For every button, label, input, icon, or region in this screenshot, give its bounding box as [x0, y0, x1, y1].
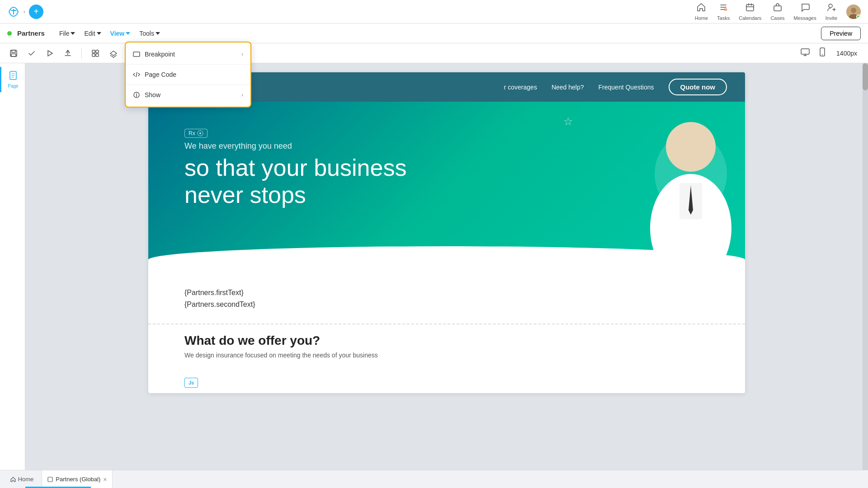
- edit-label: Edit: [84, 30, 95, 37]
- partners-tab-label: Partners (Global): [56, 476, 100, 483]
- page-code-menu-item[interactable]: Page Code: [126, 66, 250, 83]
- breakpoint-icon: [133, 51, 140, 58]
- edit-menu[interactable]: Edit: [80, 28, 104, 39]
- offer-title: What do we offer you?: [184, 333, 709, 348]
- nav-cases[interactable]: Cases: [770, 2, 784, 21]
- hero-content: Rx We have everything you need so that y…: [148, 120, 745, 218]
- svg-rect-2: [746, 5, 754, 11]
- divider-2: [126, 84, 250, 85]
- home-tab-label: Home: [18, 476, 34, 483]
- quote-now-button[interactable]: Quote now: [669, 79, 727, 95]
- svg-rect-14: [96, 50, 99, 53]
- hero-subtitle: We have everything you need: [184, 141, 709, 151]
- template-section: {Partners.firstText} {Partners.secondTex…: [148, 273, 745, 324]
- calendars-icon: [745, 2, 755, 14]
- page-code-item-left: Page Code: [133, 71, 176, 78]
- right-scrollbar-thumb[interactable]: [863, 63, 868, 90]
- nav-need-help[interactable]: Need help?: [552, 84, 584, 91]
- rx-badge: Rx: [184, 129, 208, 138]
- page-sidebar-label: Page: [8, 84, 18, 89]
- view-chevron: [126, 31, 130, 36]
- menu-bar: File Edit View Tools: [56, 28, 164, 39]
- js-badge[interactable]: Js: [184, 378, 198, 388]
- partners-tab[interactable]: Partners (Global) ×: [42, 470, 113, 488]
- save-toolbar-btn[interactable]: [7, 47, 20, 60]
- tools-chevron: [156, 31, 160, 36]
- home-tab-icon: [10, 476, 16, 483]
- top-bar: › + Home 7: [0, 0, 868, 23]
- show-arrow: ›: [241, 92, 243, 98]
- avatar[interactable]: [846, 5, 861, 19]
- rx-icon: [197, 130, 203, 136]
- view-menu[interactable]: View: [107, 28, 134, 39]
- nav-messages[interactable]: Messages: [794, 2, 816, 21]
- components-toolbar-btn[interactable]: [89, 47, 102, 60]
- export-toolbar-btn[interactable]: [61, 47, 74, 60]
- hero-title: so that your business never stops: [184, 155, 709, 209]
- bottom-bar: Home Partners (Global) ×: [0, 470, 868, 488]
- layers-toolbar-btn[interactable]: [107, 47, 120, 60]
- page-status-dot: [7, 31, 12, 36]
- page-title: Partners: [17, 29, 45, 37]
- toolbar-right: 1400px: [798, 45, 861, 61]
- tools-menu[interactable]: Tools: [136, 28, 164, 39]
- offer-section: What do we offer you? We design insuranc…: [148, 324, 745, 372]
- svg-text:7: 7: [725, 8, 727, 12]
- tools-label: Tools: [139, 30, 154, 37]
- top-bar-left: › +: [7, 5, 43, 19]
- file-menu[interactable]: File: [56, 28, 79, 39]
- preview-button[interactable]: Preview: [821, 27, 861, 40]
- check-toolbar-btn[interactable]: [25, 47, 38, 60]
- breakpoint-label: Breakpoint: [145, 51, 175, 58]
- hero-title-line2: never stops: [184, 182, 306, 208]
- nav-coverages[interactable]: r coverages: [504, 84, 537, 91]
- home-tab[interactable]: Home: [4, 470, 40, 488]
- template-var2: {Partners.secondText}: [184, 299, 709, 310]
- svg-rect-17: [801, 49, 809, 54]
- top-bar-right: Home 7 Tasks: [695, 2, 861, 21]
- nav-icon-group: Home 7 Tasks: [695, 2, 837, 21]
- toolbar-divider-1: [81, 48, 82, 59]
- divider-1: [126, 64, 250, 65]
- desktop-viewport-btn[interactable]: [798, 45, 812, 61]
- nav-tasks[interactable]: 7 Tasks: [717, 2, 730, 21]
- svg-rect-11: [12, 50, 15, 52]
- hero-section: Rx We have everything you need so that y…: [148, 102, 745, 273]
- canvas-inner: r coverages Need help? Frequent Question…: [25, 63, 868, 402]
- rx-text: Rx: [189, 130, 195, 136]
- play-toolbar-btn[interactable]: [43, 47, 56, 60]
- cases-icon: [773, 2, 783, 14]
- show-icon: [133, 91, 140, 99]
- nav-invite-label: Invite: [826, 15, 837, 21]
- offer-sub: We design insurance focused on meeting t…: [184, 352, 709, 359]
- canvas-area[interactable]: r coverages Need help? Frequent Question…: [25, 63, 868, 470]
- add-button[interactable]: +: [29, 5, 43, 19]
- file-label: File: [59, 30, 70, 37]
- nav-calendars[interactable]: Calendars: [739, 2, 761, 21]
- hero-curve: [148, 246, 745, 273]
- right-scrollbar[interactable]: [863, 63, 868, 470]
- online-indicator: [856, 14, 861, 19]
- page-code-label: Page Code: [145, 71, 176, 78]
- breakpoint-menu-item[interactable]: Breakpoint ›: [126, 46, 250, 62]
- show-menu-item[interactable]: Show ›: [126, 87, 250, 103]
- view-dropdown: Breakpoint › Page Code Show ›: [125, 42, 251, 108]
- show-label: Show: [145, 91, 160, 99]
- svg-rect-15: [92, 54, 95, 56]
- svg-point-22: [199, 132, 201, 134]
- nav-calendars-label: Calendars: [739, 15, 761, 21]
- nav-frequent-questions[interactable]: Frequent Questions: [599, 84, 654, 91]
- messages-icon: [800, 2, 810, 14]
- nav-home[interactable]: Home: [695, 2, 708, 21]
- tab-close-btn[interactable]: ×: [103, 476, 107, 483]
- nav-invite[interactable]: Invite: [826, 2, 837, 21]
- sidebar-item-page[interactable]: Page: [0, 67, 25, 92]
- left-sidebar: Page: [0, 63, 25, 470]
- mobile-viewport-btn[interactable]: [816, 45, 829, 61]
- breakpoint-item-left: Breakpoint: [133, 51, 175, 58]
- tasks-icon: 7: [718, 2, 728, 14]
- breakpoint-arrow: ›: [241, 51, 243, 57]
- nav-messages-label: Messages: [794, 15, 816, 21]
- svg-rect-16: [96, 54, 99, 56]
- nav-cases-label: Cases: [770, 15, 784, 21]
